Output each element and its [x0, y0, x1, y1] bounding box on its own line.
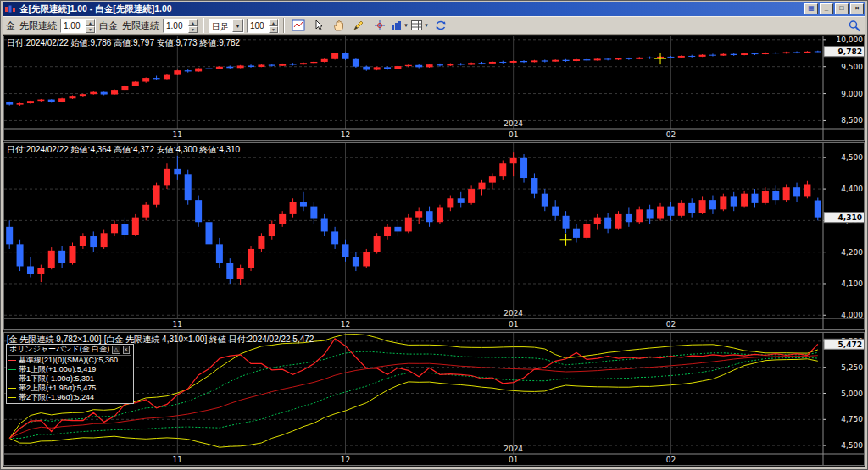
app-window: 金[先限連続]1.00 - 白金[先限連続]1.00 ▦ _ □ × 金 先限連… [0, 0, 868, 470]
svg-text:11: 11 [173, 320, 182, 329]
svg-text:4,310: 4,310 [838, 213, 862, 222]
svg-text:10,000: 10,000 [837, 36, 864, 44]
platinum-candlestick-chart[interactable]: 111201024,0004,1004,2004,3004,4004,50020… [4, 143, 865, 329]
pencil-icon [353, 19, 366, 31]
maximize-button[interactable]: □ [835, 3, 849, 14]
titlebar[interactable]: 金[先限連続]1.00 - 白金[先限連続]1.00 ▦ _ □ × [3, 2, 865, 16]
spin-down-icon[interactable]: ▼ [86, 26, 95, 33]
platinum-multiplier-spinner[interactable]: 1.00 ▲ ▼ [163, 19, 198, 33]
platinum-ohlc-readout: 日付:2024/02/22 始値:4,364 高値:4,372 安値:4,300… [7, 144, 240, 156]
gold-symbol-label: 金 [5, 19, 16, 32]
svg-text:2024: 2024 [504, 445, 523, 453]
grid-settings-button[interactable]: ▼ [411, 18, 429, 34]
spin-up-icon[interactable]: ▲ [86, 19, 95, 26]
refresh-button[interactable] [431, 18, 449, 34]
legend-row: 帯2下限(-1.96σ):5,244 [8, 393, 131, 402]
cursor-icon [312, 19, 326, 31]
chart-layout-button[interactable] [289, 18, 307, 34]
legend-row: 帯1上限(+1.00σ):5,419 [8, 365, 131, 374]
search-button[interactable] [845, 18, 863, 34]
gold-candlestick-chart[interactable]: 111201028,5009,0009,50010,00020249,782 [4, 36, 865, 140]
legend-label: 帯2下限(-1.96σ):5,244 [19, 393, 94, 402]
minimize-button[interactable]: _ [820, 3, 833, 14]
svg-text:8,500: 8,500 [841, 116, 863, 124]
toolbar-separator [203, 18, 204, 33]
gold-ohlc-readout: 日付:2024/02/22 始値:9,786 高値:9,797 安値:9,773… [7, 37, 240, 49]
cursor-tool-button[interactable] [309, 18, 327, 34]
legend-line-swatch [8, 397, 16, 398]
gold-panel[interactable]: 111201028,5009,0009,50010,00020249,782 日… [3, 36, 865, 141]
refresh-icon [434, 19, 448, 31]
svg-text:9,782: 9,782 [838, 47, 862, 56]
crosshair-tool-icon [373, 19, 387, 31]
bar-count-spinner[interactable]: 100 ▲ ▼ [247, 19, 279, 33]
search-icon [848, 19, 861, 32]
toolbar-separator [283, 18, 285, 33]
gold-contract-label: 先限連続 [19, 19, 58, 32]
platinum-panel[interactable]: 111201024,0004,1004,2004,3004,4004,50020… [3, 142, 865, 330]
chart-area: 111201028,5009,0009,50010,00020249,782 日… [3, 35, 865, 467]
chevron-down-icon: ▼ [403, 23, 409, 28]
spread-panel[interactable]: 111201024,5004,7505,0005,2505,50020245,4… [3, 332, 865, 466]
crosshair-tool-button[interactable] [370, 18, 388, 34]
legend-row: 基準線(21)(0)(SMA)(C):5,360 [8, 356, 131, 365]
legend-label: 基準線(21)(0)(SMA)(C):5,360 [19, 356, 118, 365]
legend-line-swatch [8, 360, 16, 361]
svg-text:4,750: 4,750 [841, 415, 863, 423]
gold-multiplier-spinner[interactable]: 1.00 ▲ ▼ [60, 19, 96, 33]
toolbar: 金 先限連続 1.00 ▲ ▼ 白金 先限連続 1.00 ▲ ▼ 日足 ▼ 10… [3, 16, 865, 35]
spin-down-icon[interactable]: ▼ [188, 26, 198, 33]
svg-text:01: 01 [509, 130, 518, 139]
platinum-contract-label: 先限連続 [121, 19, 160, 32]
platinum-daily-candles [6, 152, 821, 285]
window-style-button[interactable]: ▦ [804, 3, 818, 14]
chevron-down-icon[interactable]: ▼ [232, 19, 243, 32]
svg-text:4,200: 4,200 [841, 248, 863, 257]
bollinger-legend[interactable]: ボリンジャーバンド(金 白金) △ × 基準線(21)(0)(SMA)(C):5… [6, 344, 134, 404]
legend-line-swatch [8, 379, 16, 379]
legend-collapse-button[interactable]: △ [112, 346, 120, 354]
svg-text:02: 02 [666, 456, 676, 464]
svg-text:9,500: 9,500 [841, 63, 863, 71]
spin-down-icon[interactable]: ▼ [269, 26, 278, 33]
svg-text:12: 12 [341, 320, 350, 329]
platinum-multiplier-value[interactable]: 1.00 [164, 19, 188, 32]
svg-text:9,000: 9,000 [841, 90, 863, 98]
legend-row: 帯2上限(+1.96σ):5,475 [8, 384, 131, 393]
svg-text:4,500: 4,500 [841, 153, 863, 162]
svg-text:11: 11 [173, 130, 182, 139]
legend-line-swatch [8, 369, 16, 370]
platinum-symbol-label: 白金 [98, 19, 119, 32]
svg-text:5,000: 5,000 [841, 390, 863, 398]
chart-type-button[interactable]: ▼ [391, 18, 409, 34]
bar-chart-icon [391, 19, 403, 31]
spin-up-icon[interactable]: ▲ [188, 19, 198, 26]
svg-text:4,500: 4,500 [841, 441, 863, 450]
legend-label: 帯1下限(-1.00σ):5,301 [19, 374, 94, 384]
svg-text:11: 11 [173, 456, 182, 464]
svg-text:12: 12 [341, 456, 350, 464]
legend-title-row: ボリンジャーバンド(金 白金) △ × [8, 345, 131, 356]
svg-text:4,400: 4,400 [841, 185, 863, 193]
legend-close-button[interactable]: × [123, 346, 130, 354]
svg-text:12: 12 [341, 130, 350, 139]
legend-row: 帯1下限(-1.00σ):5,301 [8, 374, 131, 384]
bar-count-value[interactable]: 100 [248, 19, 269, 32]
legend-line-swatch [8, 388, 16, 389]
gold-multiplier-value[interactable]: 1.00 [61, 19, 86, 32]
period-select[interactable]: 日足 ▼ [209, 19, 244, 33]
spin-up-icon[interactable]: ▲ [269, 19, 278, 26]
period-value[interactable]: 日足 [209, 19, 232, 32]
svg-text:02: 02 [666, 320, 676, 329]
app-icon [4, 4, 16, 14]
close-button[interactable]: × [850, 3, 864, 14]
hand-tool-button[interactable] [330, 18, 348, 34]
svg-text:2024: 2024 [504, 119, 523, 128]
svg-text:5,250: 5,250 [841, 363, 863, 372]
svg-text:2024: 2024 [504, 309, 523, 318]
legend-label: 帯2上限(+1.96σ):5,475 [19, 384, 96, 393]
chart-layout-icon [292, 19, 305, 31]
window-title: 金[先限連続]1.00 - 白金[先限連続]1.00 [19, 3, 803, 15]
gold-daily-candles [6, 51, 821, 106]
draw-tool-button[interactable] [350, 18, 368, 34]
